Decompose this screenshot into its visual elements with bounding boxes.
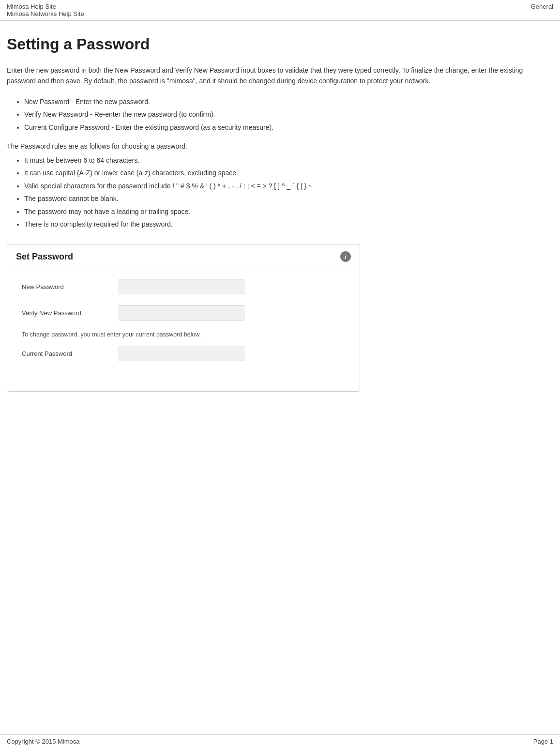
list-item: There is no complexity required for the … [24,219,526,229]
new-password-label: New Password [22,283,119,290]
rules-bullets-list: It must be between 6 to 64 characters. I… [7,155,526,229]
list-item: It can use capital (A-Z) or lower case (… [24,168,526,178]
copyright-text: Copyright © 2015 Mimosa [7,738,79,745]
divider-text: To change password, you must enter your … [22,331,345,338]
list-item: It must be between 6 to 64 characters. [24,155,526,166]
list-item: Valid special characters for the passwor… [24,181,526,191]
new-password-row: New Password [22,279,345,294]
main-content: Setting a Password Enter the new passwor… [0,21,532,421]
page-title: Setting a Password [7,35,526,53]
site-subname: Mimosa Networks Help Site [7,10,84,17]
card-title: Set Password [16,252,73,262]
list-item: The password may not have a leading or t… [24,206,526,217]
header-section: General [531,3,553,10]
list-item: New Password - Enter the new password. [24,96,526,107]
rules-intro: The Password rules are as follows for ch… [7,142,526,150]
set-password-card: Set Password i New Password Verify New P… [7,244,360,392]
current-password-input[interactable] [119,346,244,361]
intro-paragraph: Enter the new password in both the New P… [7,65,526,87]
input-bullets-list: New Password - Enter the new password. V… [7,96,526,133]
site-name: Mimosa Help Site [7,3,84,10]
card-body: New Password Verify New Password To chan… [7,269,360,382]
page-number: Page 1 [533,738,553,745]
new-password-input[interactable] [119,279,244,294]
page-footer: Copyright © 2015 Mimosa Page 1 [0,734,560,748]
page-header: Mimosa Help Site Mimosa Networks Help Si… [0,0,560,21]
current-password-row: Current Password [22,346,345,361]
list-item: The password cannot be blank. [24,193,526,204]
card-header: Set Password i [7,244,360,269]
current-password-label: Current Password [22,350,119,357]
list-item: Current Configure Password - Enter the e… [24,122,526,133]
header-left: Mimosa Help Site Mimosa Networks Help Si… [7,3,84,17]
info-icon[interactable]: i [340,251,351,262]
verify-password-label: Verify New Password [22,309,119,317]
verify-password-row: Verify New Password [22,305,345,321]
list-item: Verify New Password - Re-enter the new p… [24,109,526,120]
verify-password-input[interactable] [119,305,244,321]
